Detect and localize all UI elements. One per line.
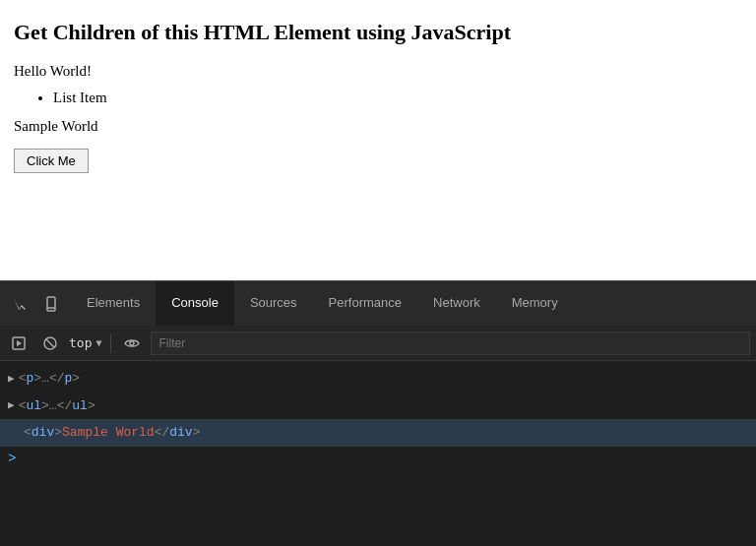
tab-sources[interactable]: Sources: [234, 281, 313, 326]
click-me-button[interactable]: Click Me: [14, 149, 89, 173]
select-element-icon[interactable]: [6, 290, 33, 318]
svg-line-5: [46, 338, 54, 346]
page-title: Get Children of this HTML Element using …: [14, 20, 742, 45]
context-selector[interactable]: top ▼: [69, 335, 102, 350]
svg-marker-3: [17, 340, 22, 346]
console-line-1: ▶ <p>…</p>: [0, 365, 756, 393]
filter-input[interactable]: [151, 332, 750, 355]
console-prompt[interactable]: >: [0, 447, 756, 470]
console-line-2: ▶ <ul>…</ul>: [0, 393, 756, 420]
block-icon[interactable]: [37, 331, 63, 356]
devtools-tab-bar: Elements Console Sources Performance Net…: [0, 280, 756, 326]
tab-console[interactable]: Console: [156, 281, 234, 326]
list-item: List Item: [53, 90, 742, 106]
device-toggle-icon[interactable]: [37, 290, 65, 318]
toolbar-divider: [110, 334, 111, 353]
hello-world-text: Hello World!: [14, 63, 742, 80]
console-output: ▶ <p>…</p> ▶ <ul>…</ul> <div>Sample Worl…: [0, 361, 756, 546]
tab-network[interactable]: Network: [417, 281, 496, 326]
svg-rect-0: [47, 297, 55, 311]
page-content: Get Children of this HTML Element using …: [0, 0, 756, 280]
tab-elements[interactable]: Elements: [71, 281, 156, 326]
sample-world-text: Sample World: [14, 118, 742, 135]
svg-point-6: [130, 341, 134, 345]
eye-icon[interactable]: [119, 331, 145, 356]
tab-performance[interactable]: Performance: [313, 281, 417, 326]
expand-arrow-1[interactable]: ▶: [8, 371, 15, 388]
expand-arrow-2[interactable]: ▶: [8, 397, 15, 414]
console-toolbar: top ▼: [0, 326, 756, 361]
prompt-symbol: >: [8, 451, 16, 466]
console-line-3: <div>Sample World</div>: [0, 419, 756, 447]
list: List Item: [53, 90, 742, 106]
devtools-icon-strip: [0, 290, 71, 318]
context-dropdown-arrow: ▼: [95, 337, 101, 348]
clear-console-icon[interactable]: [6, 331, 32, 356]
devtools-panel: Elements Console Sources Performance Net…: [0, 280, 756, 546]
devtools-tab-labels: Elements Console Sources Performance Net…: [71, 281, 756, 326]
tab-memory[interactable]: Memory: [496, 281, 574, 326]
context-label: top: [69, 335, 92, 350]
